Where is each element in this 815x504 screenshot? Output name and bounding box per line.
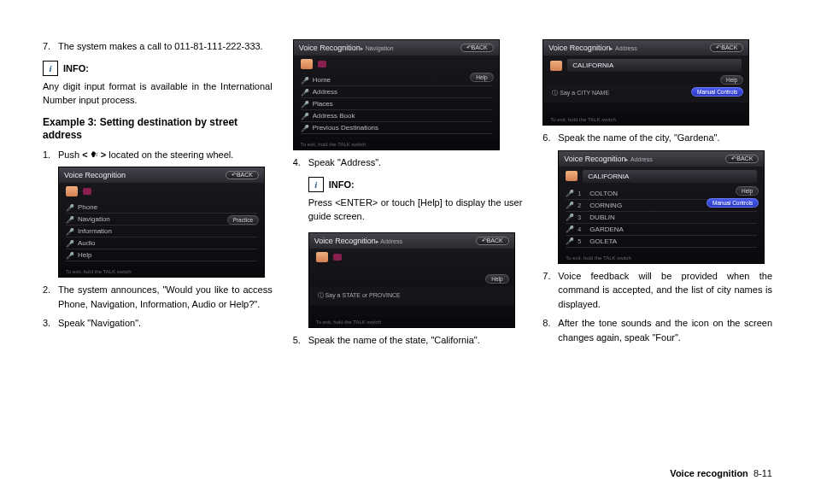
column-2: Voice Recognition▸ Navigation ↶BACK Help… [293,34,523,352]
screen-title: Voice Recognition▸ Address [314,237,402,245]
help-button[interactable]: Help [470,73,493,82]
menu-list: 🎤Home 🎤Address 🎤Places 🎤Address Book 🎤Pr… [294,73,499,139]
section-name: Voice recognition [670,468,748,478]
screenshot-navigation: Voice Recognition▸ Navigation ↶BACK Help… [293,39,500,150]
mic-icon: 🎤 [566,190,572,196]
avatar-row: CALIFORNIA [559,167,764,186]
prompt-text: ⓘ Say a STATE or PROVINCE [309,286,514,305]
step-2: 2. The system announces, "Would you like… [43,283,273,311]
menu-label: Phone [78,203,257,211]
item-number: 4 [578,226,584,232]
item-number: 3 [578,214,584,220]
selected-state: CALIFORNIA [567,59,742,72]
manual-controls-button[interactable]: Manual Controls [707,198,759,208]
step-text: After the tone sounds and the icon on th… [558,316,772,344]
help-button[interactable]: Help [736,186,759,196]
info-heading: i INFO: [308,177,523,192]
mic-icon: 🎤 [66,228,73,235]
item-label: GOLETA [589,237,757,245]
back-button[interactable]: ↶BACK [476,237,509,245]
step-8: 8. After the tone sounds and the icon on… [542,316,772,344]
step-text: Push < 🗣 > located on the steering wheel… [58,148,273,162]
screen-footer: To exit, hold the TALK switch [309,317,514,327]
info-icon: i [43,61,58,76]
step-number: 6. [542,131,558,145]
menu-item[interactable]: 🎤Audio [66,237,257,249]
step-number: 7. [542,269,558,312]
step-1: 1. Push < 🗣 > located on the steering wh… [43,148,273,162]
screen-header: Voice Recognition▸ Address ↶BACK [309,233,514,249]
menu-item[interactable]: 🎤Help [66,249,257,261]
title-main: Voice Recognition [299,44,361,52]
step-text: Voice feedback will be provided when the… [558,269,772,312]
menu-item[interactable]: 🎤Address Book [301,110,492,122]
back-button[interactable]: ↶BACK [725,155,759,163]
screen-header: Voice Recognition ↶BACK [59,167,264,183]
back-button[interactable]: ↶BACK [460,44,494,52]
menu-item[interactable]: 🎤Address [301,86,492,98]
example-heading: Example 3: Setting destination by street… [43,116,273,143]
practice-button[interactable]: Practice [227,215,259,225]
speech-bubble-icon [83,188,91,195]
avatar-row [309,249,514,266]
step-number: 8. [542,316,558,344]
mic-icon: 🎤 [301,101,308,108]
title-main: Voice Recognition [564,155,625,163]
column-3: Voice Recognition▸ Address ↶BACK CALIFOR… [542,34,772,352]
step-number: 2. [43,283,58,311]
speech-bubble-icon [318,61,326,67]
help-button[interactable]: Help [485,274,508,284]
info-icon: i [308,177,324,192]
avatar-icon [301,59,313,69]
title-main: Voice Recognition [314,237,376,245]
item-number: 2 [578,202,584,208]
step-text: Speak the name of the state, "California… [308,333,523,348]
screen-header: Voice Recognition▸ Address ↶BACK [543,40,748,56]
menu-label: Places [313,100,492,108]
avatar-icon [566,171,578,181]
menu-item[interactable]: 🎤Phone [66,202,257,214]
item-label: GARDENA [589,226,757,233]
list-item[interactable]: 🎤4GARDENA [566,224,757,236]
mic-icon: 🎤 [301,89,308,96]
item-label: DUBLIN [589,214,757,221]
manual-controls-button[interactable]: Manual Controls [691,87,743,97]
bracket: < [82,149,87,160]
title-sub: ▸ Address [625,156,652,162]
list-item[interactable]: 🎤3DUBLIN [566,212,757,224]
info-label: INFO: [63,63,89,73]
mic-icon: 🎤 [301,113,308,120]
speech-bubble-icon [333,254,342,261]
menu-item[interactable]: 🎤Information [66,226,257,237]
title-sub: ▸ Address [610,45,636,51]
back-button[interactable]: ↶BACK [710,44,743,52]
menu-item[interactable]: 🎤Places [301,98,492,110]
list-item[interactable]: 🎤5GOLETA [566,236,757,248]
step-7: 7. Voice feedback will be provided when … [542,269,772,312]
text-part: located on the steering wheel. [106,149,233,160]
mic-icon: 🎤 [566,237,572,244]
screenshot-address-state: Voice Recognition▸ Address ↶BACK Help ⓘ … [308,232,515,328]
step-4: 4. Speak "Address". [293,155,523,170]
column-1: 7. The system makes a call to 011-81-111… [43,34,273,352]
screenshot-voice-main: Voice Recognition ↶BACK Practice 🎤Phone … [58,167,265,278]
step-7-prev: 7. The system makes a call to 011-81-111… [43,39,273,54]
step-number: 7. [43,39,58,54]
mic-icon: 🎤 [566,226,572,232]
help-button[interactable]: Help [720,75,743,85]
menu-item[interactable]: 🎤Previous Destinations [301,122,492,134]
mic-icon: 🎤 [301,77,308,84]
title-sub: ▸ Address [376,238,402,244]
screen-title: Voice Recognition▸ Address [564,155,652,163]
mic-icon: 🎤 [66,204,73,211]
title-main: Voice Recognition [548,44,610,52]
step-number: 3. [43,316,58,331]
step-number: 1. [43,148,58,162]
back-button[interactable]: ↶BACK [226,171,259,179]
menu-item[interactable]: 🎤Home [301,74,492,86]
mic-icon: 🎤 [66,240,73,247]
menu-label: Home [313,76,492,84]
menu-label: Address Book [313,112,492,120]
step-text: The system announces, "Would you like to… [58,283,273,311]
step-text: Speak "Navigation". [58,316,273,331]
